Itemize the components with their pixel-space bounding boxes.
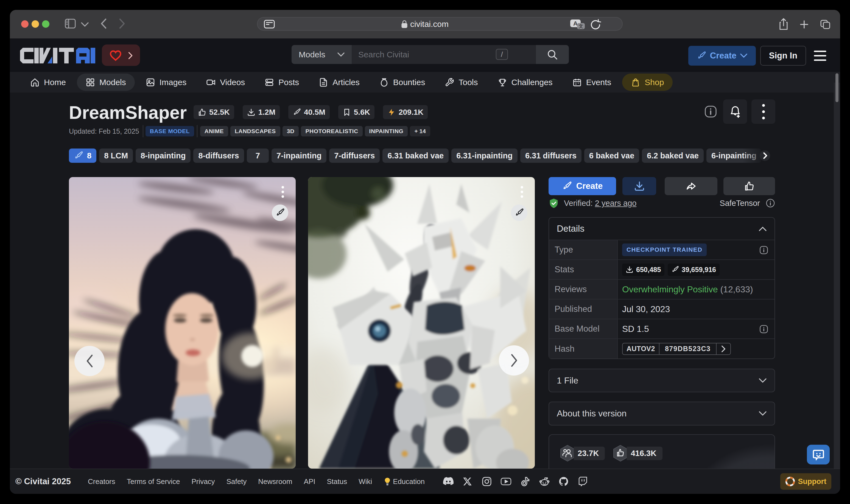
- svg-text:A: A: [573, 20, 578, 27]
- svg-text:文: 文: [578, 24, 583, 29]
